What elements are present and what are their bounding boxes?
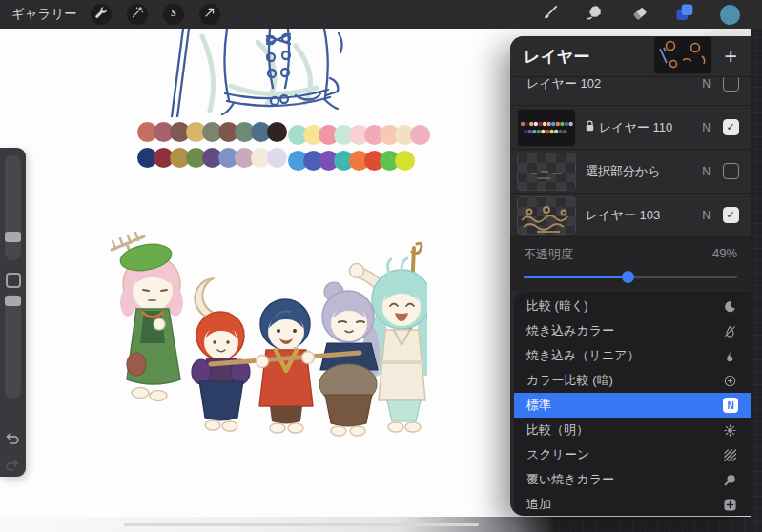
layer-row[interactable]: レイヤー 102 N <box>510 77 751 106</box>
wrench-icon <box>94 6 108 23</box>
layers-panel-header: レイヤー + <box>510 36 751 77</box>
brush-size-slider[interactable] <box>5 155 21 260</box>
layer-thumbnail[interactable] <box>517 153 576 191</box>
chibi-pink-character <box>112 233 183 401</box>
diagonal-stripes-icon <box>722 447 738 463</box>
palette-row <box>288 151 425 171</box>
line-sketch-artwork <box>143 29 355 117</box>
palette-swatches-left <box>137 122 283 174</box>
color-swatch-circle <box>720 5 740 25</box>
transform-arrow-icon <box>203 6 216 23</box>
transform-button[interactable] <box>199 4 220 25</box>
blend-mode-label: 焼き込みカラー <box>526 322 614 339</box>
blend-mode-label: 比較 (暗く) <box>526 297 588 315</box>
chibi-red-character <box>192 278 250 431</box>
chibi-lavender-character <box>319 282 380 436</box>
palette-color-dot <box>267 122 287 142</box>
blend-mode-row[interactable]: 焼き込み（リニア） <box>514 343 751 368</box>
layer-blend-badge[interactable]: N <box>702 165 711 178</box>
add-layer-button[interactable]: + <box>725 46 737 68</box>
paint-brush-icon <box>542 4 559 25</box>
brush-size-slider-handle[interactable] <box>5 232 21 242</box>
undo-icon[interactable] <box>5 432 20 450</box>
blend-mode-row[interactable]: カラー比較 (暗) <box>514 368 751 393</box>
layer-row[interactable]: レイヤー 103 N <box>510 194 751 237</box>
palette-row <box>288 125 425 145</box>
brush-button[interactable] <box>538 2 563 27</box>
layer-row[interactable]: 選択部分から N <box>510 150 751 194</box>
layer-row[interactable]: レイヤー 110 N <box>510 106 751 150</box>
blend-mode-list: 比較 (暗く) 焼き込みカラー 焼き込み（リニア） カラー比較 (暗) 標準 N… <box>514 292 751 516</box>
gallery-button[interactable]: ギャラリー <box>11 6 77 23</box>
blend-mode-row[interactable]: 焼き込みカラー <box>514 318 751 343</box>
blend-mode-label: カラー比較 (暗) <box>526 372 613 389</box>
opacity-label: 不透明度 <box>524 246 573 263</box>
blend-mode-label: 標準 <box>526 397 551 414</box>
layer-visibility-checkbox[interactable] <box>723 163 739 179</box>
flame-icon <box>722 348 738 364</box>
palette-color-dot <box>267 148 287 168</box>
crescent-moon-icon <box>722 298 738 315</box>
blend-mode-row[interactable]: 追加 <box>514 492 751 516</box>
smudge-button[interactable] <box>583 2 608 27</box>
opacity-slider[interactable] <box>524 270 737 284</box>
blend-mode-row[interactable]: 標準 N <box>514 393 751 418</box>
sidebar-controls <box>0 148 26 477</box>
layer-name: レイヤー 102 <box>526 77 601 92</box>
opacity-value: 49% <box>712 246 737 263</box>
palette-color-dot <box>395 151 415 171</box>
paint-tools-group <box>538 2 762 27</box>
color-button[interactable] <box>717 2 742 27</box>
sun-icon <box>722 422 738 439</box>
blend-mode-row[interactable]: 覆い焼きカラー <box>514 467 751 492</box>
layer-thumbnail[interactable] <box>517 109 576 147</box>
palette-row <box>137 122 283 142</box>
brush-opacity-slider-handle[interactable] <box>5 296 21 306</box>
blend-mode-label: 焼き込み（リニア） <box>526 347 640 364</box>
layers-button[interactable] <box>672 2 697 27</box>
actions-button[interactable] <box>91 4 112 25</box>
circle-plus-icon <box>722 373 738 389</box>
blend-mode-row[interactable]: スクリーン <box>514 442 751 467</box>
smudge-finger-icon <box>587 4 604 25</box>
layers-panel: レイヤー + レイヤー 102 N レイヤー 110 N 選択部 <box>510 36 751 516</box>
layers-squares-icon <box>675 3 694 26</box>
canvas-bottom-edge <box>0 517 553 532</box>
blend-mode-row[interactable]: 比較 (暗く) <box>514 294 751 318</box>
palette-swatches-right <box>288 125 425 176</box>
eraser-button[interactable] <box>628 2 652 27</box>
palette-color-dot <box>410 125 430 145</box>
layer-name: レイヤー 110 <box>599 119 672 136</box>
brush-opacity-slider[interactable] <box>5 294 21 399</box>
blend-mode-label: 覆い焼きカラー <box>526 471 614 488</box>
n-badge-icon: N <box>722 398 738 414</box>
layer-visibility-checkbox[interactable] <box>723 207 739 223</box>
procreate-app: ギャラリー S <box>0 0 762 532</box>
layer-visibility-checkbox[interactable] <box>723 119 739 135</box>
adjustments-button[interactable] <box>127 4 148 25</box>
redo-icon[interactable] <box>5 459 20 477</box>
eraser-icon <box>631 4 649 25</box>
layer-name: 選択部分から <box>586 163 661 180</box>
lock-icon <box>586 120 594 134</box>
slashed-drop-icon <box>722 323 738 339</box>
layer-thumbnail[interactable] <box>517 196 576 235</box>
modify-button[interactable] <box>6 273 21 288</box>
plus-square-icon <box>722 497 738 513</box>
blend-mode-label: 比較（明） <box>526 421 588 439</box>
layer-blend-badge[interactable]: N <box>702 77 711 91</box>
layer-blend-badge[interactable]: N <box>702 121 711 134</box>
chibi-characters-artwork <box>98 229 427 453</box>
opacity-slider-fill <box>524 276 628 278</box>
top-toolbar: ギャラリー S <box>0 0 762 29</box>
selection-button[interactable]: S <box>163 4 184 25</box>
blend-mode-label: スクリーン <box>526 446 589 463</box>
selection-s-icon: S <box>167 6 180 23</box>
palette-row <box>137 148 283 168</box>
blend-mode-row[interactable]: 比較（明） <box>514 418 751 442</box>
layer-blend-badge[interactable]: N <box>702 209 711 222</box>
opacity-slider-thumb[interactable] <box>622 271 634 283</box>
svg-text:N: N <box>727 400 733 411</box>
layer-visibility-checkbox[interactable] <box>723 77 739 92</box>
blend-mode-label: 追加 <box>526 496 551 513</box>
